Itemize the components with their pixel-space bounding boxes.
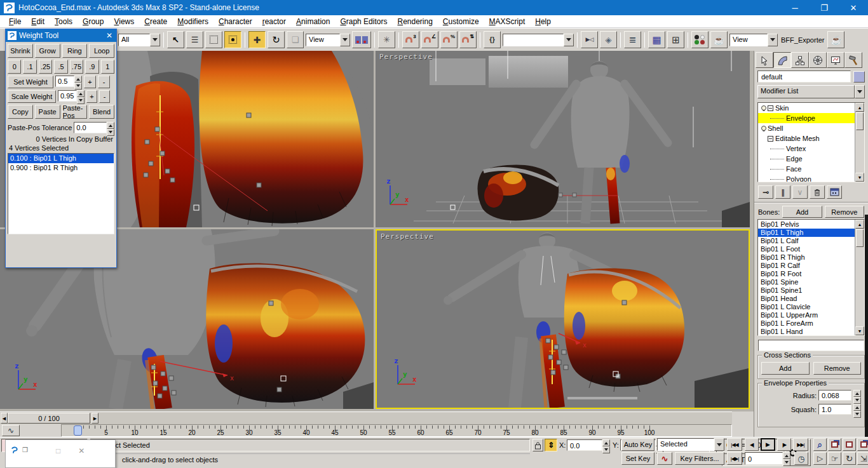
- window-crossing-toggle[interactable]: [224, 31, 241, 48]
- stack-row-vertex[interactable]: Vertex: [758, 144, 855, 154]
- stack-row-shell[interactable]: Shell: [758, 123, 855, 133]
- panel-scroll-gutter[interactable]: [865, 215, 868, 437]
- stack-row-envelope[interactable]: Envelope: [758, 113, 855, 123]
- x-spinner[interactable]: [602, 439, 610, 451]
- go-to-end-button[interactable]: ▶▶|: [793, 438, 808, 451]
- weight-button-paste[interactable]: Paste: [35, 105, 60, 119]
- named-selection-sets-button[interactable]: [484, 31, 501, 48]
- menu-modifiers[interactable]: Modifiers: [172, 16, 214, 27]
- select-and-scale-button[interactable]: [287, 31, 304, 48]
- viewport-bottom-right-canvas[interactable]: x: [377, 231, 749, 408]
- menu-character[interactable]: Character: [214, 16, 257, 27]
- set-weight-button[interactable]: Set Weight: [8, 76, 53, 88]
- dropdown-arrow-icon[interactable]: [768, 34, 778, 46]
- curve-editor-button[interactable]: [648, 31, 665, 48]
- minimize-button[interactable]: ─: [780, 0, 810, 15]
- bone-item-bip01-l-foot[interactable]: Bip01 L Foot: [758, 245, 855, 253]
- scale-weight-field[interactable]: 0.95: [58, 90, 77, 102]
- tolerance-field[interactable]: 0.0: [74, 122, 107, 133]
- tolerance-spinner[interactable]: [107, 122, 114, 133]
- weight-button-copy[interactable]: Copy: [8, 105, 33, 119]
- current-frame-marker[interactable]: [74, 425, 82, 436]
- weight-button--75[interactable]: .75: [70, 60, 83, 74]
- remove-cross-section-button[interactable]: Remove: [813, 362, 862, 375]
- render-scene-button[interactable]: [710, 31, 728, 48]
- menu-file[interactable]: File: [4, 16, 26, 27]
- use-pivot-center-button[interactable]: [352, 31, 371, 48]
- weight-button--25[interactable]: .25: [39, 60, 52, 74]
- time-slider-handle[interactable]: 0 / 100: [8, 413, 90, 424]
- weight-button-paste-pos[interactable]: Paste-Pos: [62, 105, 88, 119]
- viewport-label[interactable]: Perspective: [381, 232, 434, 241]
- menu-reactor[interactable]: reactor: [257, 16, 291, 27]
- scroll-down-icon[interactable]: ▼: [855, 326, 864, 335]
- object-color-swatch[interactable]: [853, 71, 865, 83]
- scroll-down-icon[interactable]: ▼: [855, 173, 864, 182]
- weight-button-ring[interactable]: Ring: [62, 44, 88, 58]
- weight-button-loop[interactable]: Loop: [89, 44, 114, 58]
- menu-help[interactable]: Help: [530, 16, 556, 27]
- x-coord-field[interactable]: 0.0: [567, 439, 602, 451]
- auto-key-button[interactable]: Auto Key: [621, 438, 654, 451]
- percent-snap-button[interactable]: %: [440, 31, 458, 48]
- time-configuration-button[interactable]: [794, 452, 808, 465]
- previous-frame-button[interactable]: ◀|: [745, 438, 759, 451]
- scale-weight-button[interactable]: Scale Weight: [8, 90, 56, 103]
- bone-item-bip01-r-thigh[interactable]: Bip01 R Thigh: [758, 253, 855, 262]
- mini-curve-editor-button[interactable]: ∿: [2, 425, 20, 436]
- layer-manager-button[interactable]: [624, 31, 641, 48]
- weight-list[interactable]: 0.100 : Bip01 L Thigh0.900 : Bip01 R Thi…: [8, 153, 114, 234]
- arc-rotate-button[interactable]: [843, 452, 856, 465]
- set-weight-spinner[interactable]: [74, 76, 82, 87]
- stack-row-skin[interactable]: Skin: [758, 103, 855, 113]
- weight-button-blend[interactable]: Blend: [89, 105, 114, 119]
- stack-row-polygon[interactable]: Polygon: [758, 174, 855, 182]
- bone-item-bip01-l-clavicle[interactable]: Bip01 L Clavicle: [758, 303, 855, 311]
- scroll-thumb[interactable]: [856, 112, 864, 130]
- set-weight-field[interactable]: 0.5: [55, 76, 74, 87]
- menu-tools[interactable]: Tools: [50, 16, 78, 27]
- default-in-out-tangent-button[interactable]: [657, 452, 672, 465]
- weight-list-item[interactable]: 0.900 : Bip01 R Thigh: [8, 163, 114, 173]
- bones-list-scrollbar[interactable]: ▲ ▼: [855, 220, 864, 335]
- bone-item-bip01-head[interactable]: Bip01 Head: [758, 295, 855, 303]
- visibility-bulb-icon[interactable]: [761, 126, 766, 131]
- restore-button[interactable]: ❐: [810, 0, 839, 15]
- weight-tool-titlebar[interactable]: Weight Tool ✕: [6, 29, 116, 42]
- bone-item-bip01-pelvis[interactable]: Bip01 Pelvis: [758, 220, 855, 229]
- menu-animation[interactable]: Animation: [291, 16, 335, 27]
- show-end-result-button[interactable]: ∥: [775, 185, 790, 199]
- viewport-top-right[interactable]: Perspective z y x: [376, 51, 750, 227]
- squash-spinner[interactable]: [853, 404, 861, 415]
- menu-edit[interactable]: Edit: [26, 16, 50, 27]
- schematic-view-button[interactable]: [667, 31, 684, 48]
- weight-button-1[interactable]: 1: [101, 60, 114, 74]
- select-object-button[interactable]: [167, 31, 184, 48]
- weight-button-grow[interactable]: Grow: [35, 44, 60, 58]
- tab-utilities[interactable]: [844, 52, 862, 68]
- zoom-button[interactable]: [813, 438, 827, 451]
- scale-weight-minus-button[interactable]: -: [99, 90, 110, 103]
- add-bone-button[interactable]: Add: [782, 206, 822, 218]
- weight-button-0[interactable]: 0: [8, 60, 21, 74]
- bone-item-bip01-l-hand[interactable]: Bip01 L Hand: [758, 328, 855, 335]
- play-button[interactable]: ▶: [761, 438, 775, 451]
- select-and-manipulate-button[interactable]: [378, 31, 395, 48]
- weight-button--5[interactable]: .5: [54, 60, 67, 74]
- set-weight-plus-button[interactable]: +: [84, 76, 96, 88]
- weight-button--9[interactable]: .9: [85, 60, 98, 74]
- zoom-extents-all-button[interactable]: [857, 438, 868, 451]
- scroll-up-icon[interactable]: ▲: [855, 220, 864, 229]
- object-name-field[interactable]: default: [757, 70, 851, 83]
- key-mode-toggle[interactable]: |◀▶|: [727, 452, 742, 465]
- viewport-label[interactable]: Perspective: [379, 53, 433, 61]
- visibility-bulb-icon[interactable]: [761, 105, 766, 110]
- next-frame-button[interactable]: |▶: [777, 438, 791, 451]
- tab-display[interactable]: [827, 52, 844, 68]
- tab-hierarchy[interactable]: [791, 52, 809, 68]
- pin-stack-button[interactable]: ⊸: [758, 185, 773, 199]
- menu-rendering[interactable]: Rendering: [392, 16, 437, 27]
- stack-row-edge[interactable]: Edge: [758, 154, 855, 164]
- select-by-name-button[interactable]: [186, 31, 203, 48]
- bone-item-bip01-r-foot[interactable]: Bip01 R Foot: [758, 270, 855, 278]
